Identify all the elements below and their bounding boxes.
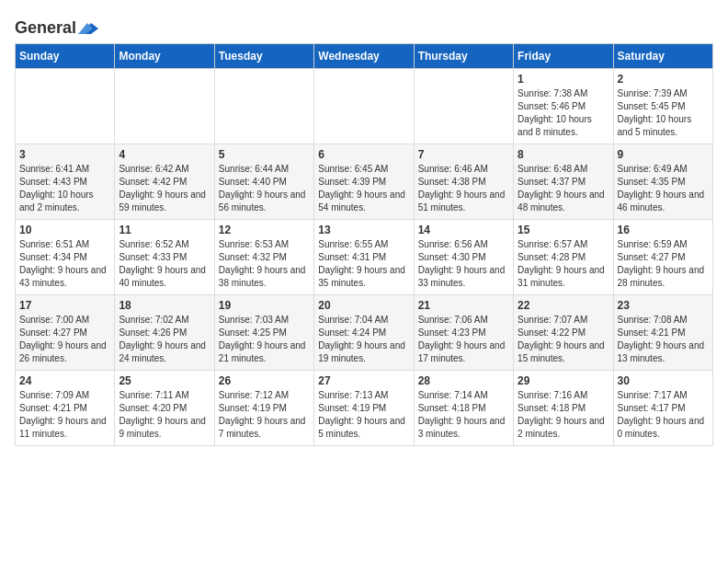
day-number: 23 xyxy=(618,299,709,312)
day-info: Sunrise: 7:11 AM Sunset: 4:20 PM Dayligh… xyxy=(119,389,210,441)
day-info: Sunrise: 6:49 AM Sunset: 4:35 PM Dayligh… xyxy=(618,163,709,214)
day-number: 26 xyxy=(219,374,310,387)
day-number: 22 xyxy=(518,299,609,312)
calendar-cell: 3Sunrise: 6:41 AM Sunset: 4:43 PM Daylig… xyxy=(16,144,115,220)
calendar-cell xyxy=(16,69,115,144)
calendar-cell: 27Sunrise: 7:13 AM Sunset: 4:19 PM Dayli… xyxy=(314,371,414,446)
calendar-cell: 12Sunrise: 6:53 AM Sunset: 4:32 PM Dayli… xyxy=(214,220,313,295)
calendar-cell: 11Sunrise: 6:52 AM Sunset: 4:33 PM Dayli… xyxy=(115,220,214,295)
day-number: 16 xyxy=(618,224,709,236)
day-number: 2 xyxy=(618,73,709,86)
calendar-cell: 30Sunrise: 7:17 AM Sunset: 4:17 PM Dayli… xyxy=(613,371,712,446)
calendar-cell: 18Sunrise: 7:02 AM Sunset: 4:26 PM Dayli… xyxy=(115,295,214,371)
calendar-cell xyxy=(414,69,513,144)
calendar-cell: 2Sunrise: 7:39 AM Sunset: 5:45 PM Daylig… xyxy=(613,69,712,144)
day-info: Sunrise: 6:48 AM Sunset: 4:37 PM Dayligh… xyxy=(518,163,609,214)
calendar-week-4: 17Sunrise: 7:00 AM Sunset: 4:27 PM Dayli… xyxy=(16,295,713,371)
logo-icon xyxy=(78,21,98,36)
day-number: 25 xyxy=(119,374,210,387)
calendar-cell: 7Sunrise: 6:46 AM Sunset: 4:38 PM Daylig… xyxy=(414,144,513,220)
day-number: 8 xyxy=(518,148,609,161)
calendar-cell: 21Sunrise: 7:06 AM Sunset: 4:23 PM Dayli… xyxy=(414,295,513,371)
day-number: 1 xyxy=(518,73,609,86)
day-info: Sunrise: 6:59 AM Sunset: 4:27 PM Dayligh… xyxy=(618,238,709,290)
day-number: 6 xyxy=(318,148,409,161)
calendar-cell: 4Sunrise: 6:42 AM Sunset: 4:42 PM Daylig… xyxy=(115,144,214,220)
calendar-cell: 13Sunrise: 6:55 AM Sunset: 4:31 PM Dayli… xyxy=(314,220,414,295)
day-number: 21 xyxy=(418,299,509,312)
day-number: 27 xyxy=(318,374,409,387)
header-thursday: Thursday xyxy=(414,44,513,69)
calendar-cell: 15Sunrise: 6:57 AM Sunset: 4:28 PM Dayli… xyxy=(514,220,613,295)
calendar-cell xyxy=(214,69,313,144)
header: General xyxy=(15,15,713,36)
day-number: 11 xyxy=(119,224,210,236)
header-sunday: Sunday xyxy=(16,44,115,69)
calendar-cell: 25Sunrise: 7:11 AM Sunset: 4:20 PM Dayli… xyxy=(115,371,214,446)
day-info: Sunrise: 6:52 AM Sunset: 4:33 PM Dayligh… xyxy=(119,238,210,290)
day-number: 9 xyxy=(618,148,709,161)
day-info: Sunrise: 6:56 AM Sunset: 4:30 PM Dayligh… xyxy=(418,238,509,290)
calendar-cell: 1Sunrise: 7:38 AM Sunset: 5:46 PM Daylig… xyxy=(514,69,613,144)
day-info: Sunrise: 6:53 AM Sunset: 4:32 PM Dayligh… xyxy=(219,238,310,290)
day-number: 4 xyxy=(119,148,210,161)
calendar-cell: 5Sunrise: 6:44 AM Sunset: 4:40 PM Daylig… xyxy=(214,144,313,220)
calendar-cell: 28Sunrise: 7:14 AM Sunset: 4:18 PM Dayli… xyxy=(414,371,513,446)
day-number: 3 xyxy=(19,148,110,161)
calendar-cell: 26Sunrise: 7:12 AM Sunset: 4:19 PM Dayli… xyxy=(214,371,313,446)
day-info: Sunrise: 6:45 AM Sunset: 4:39 PM Dayligh… xyxy=(318,163,409,214)
day-info: Sunrise: 7:16 AM Sunset: 4:18 PM Dayligh… xyxy=(518,389,609,441)
day-number: 30 xyxy=(618,374,709,387)
day-info: Sunrise: 7:04 AM Sunset: 4:24 PM Dayligh… xyxy=(318,314,409,365)
calendar-week-1: 1Sunrise: 7:38 AM Sunset: 5:46 PM Daylig… xyxy=(16,69,713,144)
calendar-cell: 19Sunrise: 7:03 AM Sunset: 4:25 PM Dayli… xyxy=(214,295,313,371)
day-number: 20 xyxy=(318,299,409,312)
calendar-cell xyxy=(314,69,414,144)
header-wednesday: Wednesday xyxy=(314,44,414,69)
day-info: Sunrise: 6:41 AM Sunset: 4:43 PM Dayligh… xyxy=(19,163,110,214)
calendar-cell: 22Sunrise: 7:07 AM Sunset: 4:22 PM Dayli… xyxy=(514,295,613,371)
day-info: Sunrise: 7:03 AM Sunset: 4:25 PM Dayligh… xyxy=(219,314,310,365)
calendar-cell: 9Sunrise: 6:49 AM Sunset: 4:35 PM Daylig… xyxy=(613,144,712,220)
day-info: Sunrise: 7:02 AM Sunset: 4:26 PM Dayligh… xyxy=(119,314,210,365)
day-number: 10 xyxy=(19,224,110,236)
day-number: 17 xyxy=(19,299,110,312)
day-info: Sunrise: 6:51 AM Sunset: 4:34 PM Dayligh… xyxy=(19,238,110,290)
calendar-header-row: SundayMondayTuesdayWednesdayThursdayFrid… xyxy=(16,44,713,69)
calendar-cell xyxy=(115,69,214,144)
day-info: Sunrise: 6:44 AM Sunset: 4:40 PM Dayligh… xyxy=(219,163,310,214)
calendar-cell: 20Sunrise: 7:04 AM Sunset: 4:24 PM Dayli… xyxy=(314,295,414,371)
day-number: 24 xyxy=(19,374,110,387)
header-saturday: Saturday xyxy=(613,44,712,69)
day-info: Sunrise: 6:55 AM Sunset: 4:31 PM Dayligh… xyxy=(318,238,409,290)
calendar-cell: 16Sunrise: 6:59 AM Sunset: 4:27 PM Dayli… xyxy=(613,220,712,295)
day-number: 13 xyxy=(318,224,409,236)
header-monday: Monday xyxy=(115,44,214,69)
calendar-week-5: 24Sunrise: 7:09 AM Sunset: 4:21 PM Dayli… xyxy=(16,371,713,446)
day-info: Sunrise: 7:17 AM Sunset: 4:17 PM Dayligh… xyxy=(618,389,709,441)
day-number: 15 xyxy=(518,224,609,236)
day-number: 14 xyxy=(418,224,509,236)
day-number: 5 xyxy=(219,148,310,161)
day-info: Sunrise: 7:39 AM Sunset: 5:45 PM Dayligh… xyxy=(618,87,709,139)
calendar-cell: 8Sunrise: 6:48 AM Sunset: 4:37 PM Daylig… xyxy=(514,144,613,220)
calendar-cell: 14Sunrise: 6:56 AM Sunset: 4:30 PM Dayli… xyxy=(414,220,513,295)
calendar-cell: 29Sunrise: 7:16 AM Sunset: 4:18 PM Dayli… xyxy=(514,371,613,446)
day-info: Sunrise: 6:42 AM Sunset: 4:42 PM Dayligh… xyxy=(119,163,210,214)
calendar-cell: 17Sunrise: 7:00 AM Sunset: 4:27 PM Dayli… xyxy=(16,295,115,371)
day-info: Sunrise: 6:46 AM Sunset: 4:38 PM Dayligh… xyxy=(418,163,509,214)
day-number: 18 xyxy=(119,299,210,312)
header-friday: Friday xyxy=(514,44,613,69)
calendar-table: SundayMondayTuesdayWednesdayThursdayFrid… xyxy=(15,43,713,446)
day-number: 12 xyxy=(219,224,310,236)
calendar-cell: 23Sunrise: 7:08 AM Sunset: 4:21 PM Dayli… xyxy=(613,295,712,371)
calendar-cell: 24Sunrise: 7:09 AM Sunset: 4:21 PM Dayli… xyxy=(16,371,115,446)
logo-text-general: General xyxy=(15,18,76,38)
calendar-week-2: 3Sunrise: 6:41 AM Sunset: 4:43 PM Daylig… xyxy=(16,144,713,220)
calendar-week-3: 10Sunrise: 6:51 AM Sunset: 4:34 PM Dayli… xyxy=(16,220,713,295)
day-info: Sunrise: 7:13 AM Sunset: 4:19 PM Dayligh… xyxy=(318,389,409,441)
day-info: Sunrise: 7:06 AM Sunset: 4:23 PM Dayligh… xyxy=(418,314,509,365)
day-info: Sunrise: 7:00 AM Sunset: 4:27 PM Dayligh… xyxy=(19,314,110,365)
day-info: Sunrise: 7:09 AM Sunset: 4:21 PM Dayligh… xyxy=(19,389,110,441)
calendar-cell: 6Sunrise: 6:45 AM Sunset: 4:39 PM Daylig… xyxy=(314,144,414,220)
